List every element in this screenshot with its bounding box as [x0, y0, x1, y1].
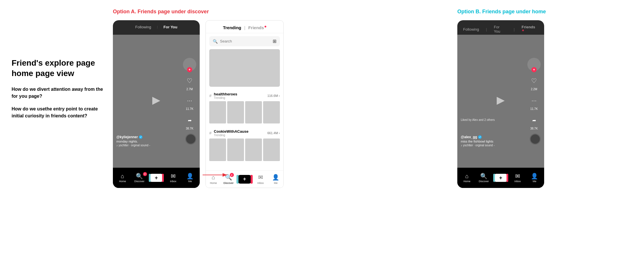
comment-button[interactable]: ⋯ 11.7K [184, 95, 195, 110]
me-icon-b: 👤 [531, 173, 538, 179]
tag-count-1: 116.6M › [267, 94, 280, 97]
follow-button-b[interactable]: + [531, 67, 537, 72]
video-area: ▶ + ♡ 2.7M ⋯ 11.7K ➦ 38.7K @kyliejenner [113, 35, 200, 168]
description-panel: Friend's explore page home page view How… [12, 58, 104, 125]
video-username: @kyliejenner ✓ [116, 135, 150, 139]
search-bar[interactable]: 🔍 ⊞ [209, 36, 280, 46]
tab-friends[interactable]: Friends [248, 25, 266, 30]
tag-name-2: CookieWithACause [214, 129, 249, 134]
question-2: How do we usethe entry point to create i… [12, 106, 104, 119]
share-button[interactable]: ➦ 38.7K [184, 115, 195, 130]
thumbnail-7 [245, 138, 262, 161]
nav-following-b[interactable]: Following [463, 27, 479, 32]
video-area-b: ▶ + ♡ 2.2M ⋯ 11.7K ➦ 38.7K Liked by Alex… [457, 35, 544, 168]
option-b-label: Option B. Friends page under home [457, 9, 546, 15]
scan-icon[interactable]: ⊞ [273, 38, 276, 44]
discover-nav-me[interactable]: 👤 Me [270, 174, 282, 184]
nav-item-inbox-b[interactable]: ✉ Inbox [511, 173, 524, 183]
side-actions-b: + ♡ 2.2M ⋯ 11.7K ➦ 38.7K [527, 58, 541, 130]
nav-separator: | [157, 25, 158, 29]
thumbnail-1 [209, 101, 226, 123]
nav-for-you-b[interactable]: For You [494, 25, 507, 34]
nav-friends-b[interactable]: Friends [522, 25, 538, 34]
phone-a-top-nav: Following | For You [113, 20, 200, 32]
video-desc-b: miss the fishbowl lights [461, 140, 495, 143]
thumbnail-grid-2 [209, 138, 280, 161]
tab-trending[interactable]: Trending [223, 25, 241, 30]
phone-b-bottom-nav: ⌂ Home 🔍 Discover + ✉ Inbox 👤 Me [457, 168, 544, 188]
trending-tag-2: # CookieWithACause Trending 661.4M › [209, 127, 280, 138]
plus-icon-d: + [243, 176, 246, 182]
nav-following[interactable]: Following [135, 25, 151, 29]
discover-icon-b: 🔍 [480, 173, 487, 179]
me-icon-d: 👤 [272, 174, 279, 181]
tag-count-2: 661.4M › [267, 131, 280, 135]
search-icon: 🔍 [213, 39, 218, 44]
chevron-right-icon-2: › [279, 131, 280, 135]
tab-separator: | [244, 25, 245, 30]
tag-status-1: Trending [214, 96, 237, 99]
page-heading: Friend's explore page home page view [12, 58, 104, 79]
nav-item-me-b[interactable]: 👤 Me [528, 173, 541, 183]
nav-item-home[interactable]: ⌂ Home [116, 173, 129, 183]
video-info-b: @alex_gg ✓ miss the fishbowl lights ♪ ys… [461, 135, 495, 147]
play-icon: ▶ [152, 94, 160, 106]
trending-image-main [209, 49, 280, 87]
hashtag-icon-2: # [209, 131, 212, 135]
friends-dot-b [522, 29, 524, 31]
thumbnail-grid-1 [209, 101, 280, 123]
follow-button[interactable]: + [187, 67, 192, 72]
video-info: @kyliejenner ✓ monday nights. ♪ yschlter… [116, 135, 150, 147]
like-button[interactable]: ♡ 2.7M [184, 75, 195, 91]
side-actions: + ♡ 2.7M ⋯ 11.7K ➦ 38.7K [183, 58, 196, 130]
nav-item-discover-b[interactable]: 🔍 Discover [478, 173, 490, 183]
verified-icon: ✓ [139, 135, 142, 139]
plus-icon: + [155, 175, 158, 181]
tag-name-1: healthheroes [214, 92, 237, 96]
search-input[interactable] [220, 39, 270, 43]
music-disc-b [530, 134, 541, 145]
chevron-right-icon: › [279, 94, 280, 97]
thumbnail-4 [263, 101, 280, 123]
video-username-b: @alex_gg ✓ [461, 135, 495, 139]
nav-for-you[interactable]: For You [164, 25, 177, 29]
nav-item-home-b[interactable]: ⌂ Home [460, 173, 473, 183]
comment-button-b[interactable]: ⋯ 11.7K [528, 95, 540, 110]
nav-item-inbox[interactable]: ✉ Inbox [167, 173, 179, 183]
friends-dot [265, 26, 266, 27]
share-button-b[interactable]: ➦ 38.7K [528, 115, 540, 130]
option-a-label: Option A. Friends page under discover [113, 9, 209, 15]
discover-panel: Trending | Friends 🔍 ⊞ # healthheroes Tr… [206, 20, 284, 188]
discover-nav-create[interactable]: + [238, 175, 251, 184]
avatar: + [183, 58, 196, 71]
nav-item-create[interactable]: + [150, 174, 163, 182]
play-icon-b: ▶ [497, 94, 505, 106]
discover-content: # healthheroes Trending 116.6M › # [206, 49, 283, 176]
phone-b-top-nav: Following | For You | Friends [457, 20, 544, 36]
nav-item-create-b[interactable]: + [494, 174, 507, 182]
thumbnail-8 [263, 138, 280, 161]
create-button[interactable]: + [150, 174, 163, 182]
like-button-b[interactable]: ♡ 2.2M [528, 75, 540, 91]
nav-item-me[interactable]: 👤 Me [184, 173, 197, 183]
avatar-b: + [527, 58, 541, 71]
create-button-d[interactable]: + [238, 175, 251, 184]
separator-2: | [514, 27, 515, 32]
phone-a: Following | For You ▶ + ♡ 2.7M ⋯ 11.7K ➦… [113, 20, 200, 188]
discover-icon: 🔍 [136, 173, 143, 179]
inbox-icon-d: ✉ [258, 174, 263, 181]
discover-panel-header: Trending | Friends [206, 21, 283, 33]
discover-badge: 2 [143, 172, 147, 176]
inbox-icon: ✉ [171, 173, 176, 179]
create-button-b[interactable]: + [494, 174, 507, 182]
music-disc [185, 134, 196, 145]
flow-arrow [201, 168, 230, 182]
inbox-icon-b: ✉ [515, 173, 520, 179]
thumbnail-5 [209, 138, 226, 161]
discover-nav-inbox[interactable]: ✉ Inbox [255, 174, 266, 184]
question-1: How do we divert attention away from the… [12, 86, 104, 100]
nav-item-discover[interactable]: 🔍 2 Discover [133, 173, 146, 183]
separator-1: | [486, 27, 487, 32]
thumbnail-3 [245, 101, 262, 123]
plus-icon-b: + [499, 175, 502, 181]
